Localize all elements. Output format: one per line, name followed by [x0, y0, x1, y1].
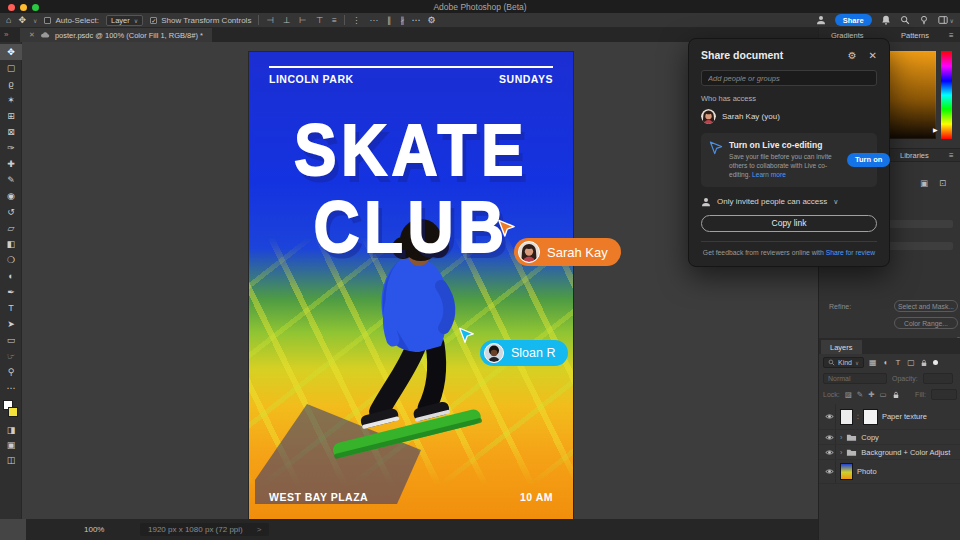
libraries-menu-icon[interactable]: ≡ [949, 151, 954, 160]
share-settings-gear-icon[interactable]: ⚙ [848, 50, 857, 61]
tab-layers[interactable]: Layers [821, 340, 862, 354]
blur-tool[interactable]: ❍ [0, 252, 22, 268]
marquee-tool[interactable]: ▢ [0, 60, 22, 76]
hue-slider-marker[interactable]: ▶ [933, 126, 938, 133]
current-tool-icon[interactable]: ✥ [18, 15, 26, 25]
auto-select-checkbox[interactable] [44, 17, 51, 24]
layer-filter-kind-dropdown[interactable]: Kind ∨ [823, 357, 864, 368]
lock-pixels-icon[interactable]: ✎ [857, 390, 863, 399]
align-top-icon[interactable]: ⊤ [316, 15, 323, 25]
history-brush-tool[interactable]: ↺ [0, 204, 22, 220]
discover-lightbulb-icon[interactable] [919, 15, 929, 25]
more-tools[interactable]: ⋯ [0, 380, 22, 396]
add-people-input[interactable] [701, 70, 877, 86]
layer-visibility-eye-icon[interactable] [825, 412, 834, 421]
document-dimensions[interactable]: 1920 px x 1080 px (72 ppi) > [140, 523, 269, 536]
align-center-horizontal-icon[interactable]: ⊥ [283, 15, 290, 25]
document-tab[interactable]: ✕ poster.psdc @ 100% (Color Fill 1, RGB/… [20, 28, 212, 42]
status-chevron-icon[interactable]: > [257, 525, 262, 534]
layer-thumbnail[interactable] [840, 463, 853, 480]
lasso-tool[interactable]: ϱ [0, 76, 22, 92]
align-left-icon[interactable]: ⊣ [266, 15, 273, 25]
add-pixel-mask-icon[interactable]: ▣ [920, 178, 928, 188]
show-transform-checkbox[interactable]: ✓ [150, 17, 157, 24]
filter-type-layers-icon[interactable]: T [895, 358, 900, 367]
healing-brush-tool[interactable]: ✚ [0, 156, 22, 172]
hue-slider[interactable] [941, 51, 952, 139]
home-icon[interactable]: ⌂ [6, 15, 11, 25]
pen-tool[interactable]: ✒ [0, 284, 22, 300]
filter-shape-layers-icon[interactable]: ▢ [907, 358, 915, 367]
move-tool[interactable]: ✥ [0, 44, 22, 60]
distribute-vertical-icon[interactable]: ⋮ [352, 15, 361, 25]
layer-visibility-eye-icon[interactable] [825, 448, 834, 457]
panel-collapse-icon[interactable]: » [4, 30, 8, 39]
layer-row-background-group[interactable]: › Background + Color Adjust [819, 445, 960, 460]
layer-row-copy[interactable]: › Copy [819, 430, 960, 445]
distribute-horizontal-icon[interactable]: ⋯ [370, 15, 379, 25]
lock-position-icon[interactable]: ✚ [868, 390, 874, 399]
auto-select-toggle[interactable]: Auto-Select: [44, 16, 99, 25]
share-for-review-link[interactable]: Share for review [826, 249, 876, 256]
layer-visibility-eye-icon[interactable] [825, 467, 834, 476]
layer-row-photo[interactable]: Photo [819, 460, 960, 484]
distribute-right-edges-icon[interactable]: ∦ [400, 15, 404, 25]
tab-close-icon[interactable]: ✕ [29, 31, 35, 39]
options-gear-icon[interactable]: ⚙ [428, 15, 436, 25]
notifications-bell-icon[interactable] [881, 15, 891, 25]
clone-stamp-tool[interactable]: ◉ [0, 188, 22, 204]
blend-mode-dropdown[interactable]: Normal [823, 373, 887, 384]
select-and-mask-button[interactable]: Select and Mask... [894, 300, 958, 312]
lock-transparency-icon[interactable]: ▨ [845, 390, 852, 399]
eyedropper-tool[interactable]: ✑ [0, 140, 22, 156]
align-bottom-icon[interactable]: ≡ [332, 15, 337, 25]
color-range-button[interactable]: Color Range... [894, 317, 958, 329]
access-level-dropdown[interactable]: Only invited people can access ∨ [701, 197, 877, 207]
background-color-swatch[interactable] [8, 407, 18, 417]
brush-tool[interactable]: ✎ [0, 172, 22, 188]
user-account-icon[interactable] [816, 15, 826, 25]
workspace-switcher[interactable]: ∨ [938, 15, 954, 25]
type-tool[interactable]: T [0, 300, 22, 316]
distribute-left-edges-icon[interactable]: ∥ [387, 15, 391, 25]
frame-tool[interactable]: ⊠ [0, 124, 22, 140]
screen-mode-standard-icon[interactable]: ▣ [0, 437, 22, 452]
lock-all-icon[interactable] [892, 391, 900, 399]
gradient-tool[interactable]: ◧ [0, 236, 22, 252]
dialog-close-icon[interactable]: ✕ [869, 50, 877, 61]
group-caret-icon[interactable]: › [840, 434, 842, 441]
layer-name[interactable]: Paper texture [882, 412, 927, 421]
path-select-tool[interactable]: ➤ [0, 316, 22, 332]
learn-more-link[interactable]: Learn more [752, 171, 786, 178]
turn-on-button[interactable]: Turn on [847, 153, 890, 167]
search-icon[interactable] [900, 15, 910, 25]
layer-visibility-eye-icon[interactable] [825, 433, 834, 442]
opacity-field[interactable] [923, 373, 953, 384]
tab-patterns[interactable]: Patterns [901, 31, 929, 40]
filter-pixel-layers-icon[interactable]: ▦ [869, 358, 877, 367]
align-right-icon[interactable]: ⊢ [299, 15, 306, 25]
layer-name[interactable]: Background + Color Adjust [861, 448, 950, 457]
color-swatches[interactable] [0, 398, 22, 422]
filter-adjustment-layers-icon[interactable]: ◐ [884, 358, 889, 367]
show-transform-toggle[interactable]: ✓ Show Transform Controls [150, 16, 251, 25]
zoom-level[interactable]: 100% [84, 525, 104, 534]
auto-select-target-dropdown[interactable]: Layer ∨ [106, 15, 143, 26]
filter-lock-icon[interactable] [920, 359, 928, 367]
object-selection-tool[interactable]: ✶ [0, 92, 22, 108]
panel-menu-icon[interactable]: ≡ [949, 31, 954, 40]
crop-tool[interactable]: ⊞ [0, 108, 22, 124]
fill-field[interactable] [931, 389, 957, 400]
hand-tool[interactable]: ☞ [0, 348, 22, 364]
group-caret-icon[interactable]: › [840, 449, 842, 456]
shape-tool[interactable]: ▭ [0, 332, 22, 348]
layer-mask-thumbnail[interactable] [863, 409, 878, 425]
eraser-tool[interactable]: ▱ [0, 220, 22, 236]
quick-mask-icon[interactable]: ◨ [0, 422, 22, 437]
add-vector-mask-icon[interactable]: ⊡ [939, 178, 946, 188]
dodge-tool[interactable]: ◐ [0, 268, 22, 284]
lock-artboard-icon[interactable]: ▭ [879, 390, 886, 399]
layer-name[interactable]: Copy [861, 433, 879, 442]
copy-link-button[interactable]: Copy link [701, 215, 877, 232]
layer-thumbnail[interactable] [840, 409, 853, 425]
